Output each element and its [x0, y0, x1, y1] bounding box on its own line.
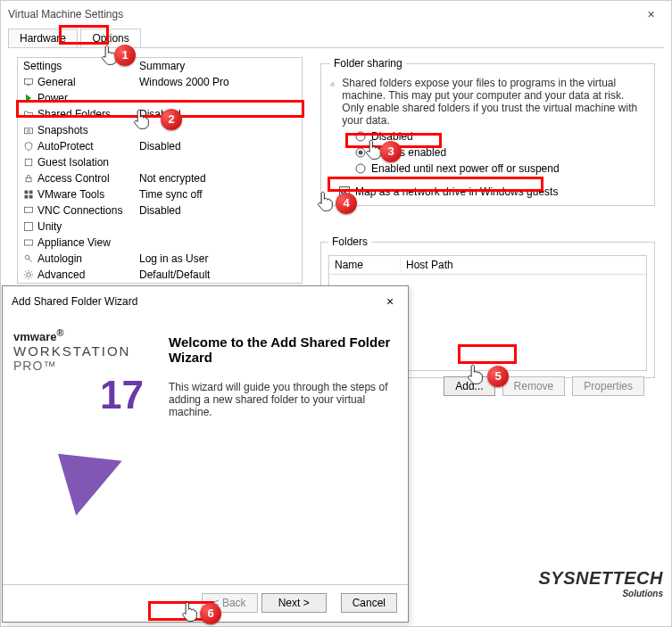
- checkbox-icon: [339, 186, 350, 197]
- row-advanced[interactable]: Advanced Default/Default: [18, 267, 302, 283]
- svg-rect-9: [29, 195, 33, 199]
- monitor-icon: [23, 77, 34, 87]
- vnc-icon: [23, 205, 34, 216]
- row-autoprotect[interactable]: AutoProtect Disabled: [18, 138, 302, 154]
- row-access-control[interactable]: Access Control Not encrypted: [18, 170, 302, 186]
- unity-icon: [23, 221, 34, 232]
- wizard-title: Add Shared Folder Wizard: [12, 295, 137, 308]
- check-label: Map as a network drive in Windows guests: [355, 186, 558, 198]
- radio-icon: [355, 147, 366, 158]
- row-vnc[interactable]: VNC Connections Disabled: [18, 202, 302, 219]
- row-summary: Not encrypted: [134, 170, 302, 186]
- shield-icon: [23, 141, 34, 152]
- watermark-sub: Solutions: [539, 589, 663, 598]
- row-autologin[interactable]: Autologin Log in as User: [18, 251, 302, 267]
- wizard-body: vmware® WORKSTATION PRO™ 17 Welcome to t…: [3, 317, 408, 584]
- row-summary: Disabled: [134, 138, 302, 154]
- row-summary: Disabled: [134, 202, 302, 219]
- wizard-content-panel: Welcome to the Add Shared Folder Wizard …: [154, 317, 408, 584]
- col-host-path: Host Path: [401, 256, 459, 274]
- svg-point-19: [359, 151, 363, 155]
- row-label: Access Control: [37, 170, 110, 186]
- brand-line3: PRO™: [13, 359, 144, 373]
- row-power[interactable]: Power: [18, 90, 302, 106]
- row-label: General: [37, 74, 76, 90]
- check-map-network-drive[interactable]: Map as a network drive in Windows guests: [339, 186, 645, 198]
- row-summary: [134, 90, 302, 106]
- folders-table-header: Name Host Path: [329, 256, 646, 275]
- titlebar: Virtual Machine Settings ×: [1, 1, 671, 28]
- radio-icon: [355, 131, 366, 142]
- key-icon: [23, 253, 34, 264]
- folders-legend: Folders: [328, 235, 371, 248]
- appliance-icon: [23, 237, 34, 248]
- radio-label: Enabled until next power off or suspend: [371, 162, 560, 175]
- brand-version: 17: [13, 373, 144, 417]
- svg-rect-4: [25, 159, 32, 166]
- row-unity[interactable]: Unity: [18, 219, 302, 235]
- svg-point-20: [356, 164, 365, 173]
- wizard-description: This wizard will guide you through the s…: [169, 381, 394, 418]
- header-settings: Settings: [18, 58, 134, 74]
- tab-options[interactable]: Options: [80, 29, 140, 47]
- warning-text: Shared folders expose your files to prog…: [342, 77, 645, 127]
- row-summary: [134, 219, 302, 235]
- cancel-button[interactable]: Cancel: [341, 593, 397, 613]
- add-button[interactable]: Add...: [444, 376, 494, 396]
- wizard-brand-panel: vmware® WORKSTATION PRO™ 17: [3, 317, 154, 584]
- col-name: Name: [329, 256, 401, 274]
- row-shared-folders[interactable]: Shared Folders Disabled: [18, 106, 302, 122]
- row-summary: Default/Default: [134, 267, 302, 283]
- header-summary: Summary: [134, 58, 302, 74]
- folder-sharing-group: Folder sharing Shared folders expose you…: [320, 57, 655, 206]
- folder-icon: [23, 109, 34, 120]
- radio-always-enabled[interactable]: Always enabled: [355, 146, 645, 159]
- brand-line1: vmware®: [13, 327, 144, 343]
- row-general[interactable]: General Windows 2000 Pro: [18, 74, 302, 90]
- folders-buttons: Add... Remove Properties: [444, 376, 644, 396]
- row-label: AutoProtect: [37, 138, 94, 154]
- svg-rect-7: [29, 191, 33, 194]
- brand-text: vmware® WORKSTATION PRO™: [13, 327, 144, 373]
- row-summary: [134, 154, 302, 170]
- radio-disabled[interactable]: Disabled: [355, 130, 645, 143]
- svg-rect-12: [25, 240, 33, 245]
- row-summary: [134, 235, 302, 251]
- svg-rect-0: [25, 78, 33, 84]
- row-label: Shared Folders: [37, 106, 111, 122]
- warning-row: Shared folders expose your files to prog…: [330, 77, 645, 127]
- radio-until-poweroff[interactable]: Enabled until next power off or suspend: [355, 162, 645, 175]
- close-icon[interactable]: ×: [372, 286, 408, 317]
- next-button[interactable]: Next >: [261, 593, 327, 613]
- tab-hardware[interactable]: Hardware: [8, 29, 78, 47]
- row-vmware-tools[interactable]: VMware Tools Time sync off: [18, 186, 302, 202]
- lock-icon: [23, 173, 34, 184]
- svg-point-14: [27, 273, 31, 277]
- row-label: Advanced: [37, 267, 85, 283]
- window-title: Virtual Machine Settings: [8, 8, 123, 21]
- close-icon[interactable]: ×: [631, 1, 671, 28]
- tools-icon: [23, 189, 34, 200]
- svg-rect-10: [25, 207, 33, 212]
- row-summary: Time sync off: [134, 186, 302, 202]
- row-summary: [134, 122, 302, 138]
- radio-label: Disabled: [371, 130, 413, 143]
- play-icon: [23, 93, 34, 103]
- svg-rect-11: [25, 223, 33, 231]
- wizard-titlebar: Add Shared Folder Wizard ×: [3, 286, 408, 317]
- svg-rect-1: [28, 85, 30, 86]
- row-label: Power: [37, 90, 68, 106]
- wizard-footer: < Back Next > Cancel: [3, 584, 408, 620]
- add-shared-folder-wizard: Add Shared Folder Wizard × vmware® WORKS…: [2, 285, 409, 623]
- brand-line2: WORKSTATION: [13, 343, 144, 359]
- brand-graphic: [35, 426, 121, 516]
- row-label: Guest Isolation: [37, 154, 109, 170]
- row-snapshots[interactable]: Snapshots: [18, 122, 302, 138]
- row-appliance-view[interactable]: Appliance View: [18, 235, 302, 251]
- remove-button: Remove: [502, 376, 566, 396]
- watermark: SYSNETTECH Solutions: [539, 568, 663, 598]
- row-label: Appliance View: [37, 235, 111, 251]
- row-guest-isolation[interactable]: Guest Isolation: [18, 154, 302, 170]
- svg-rect-8: [25, 195, 29, 199]
- back-button: < Back: [202, 593, 258, 613]
